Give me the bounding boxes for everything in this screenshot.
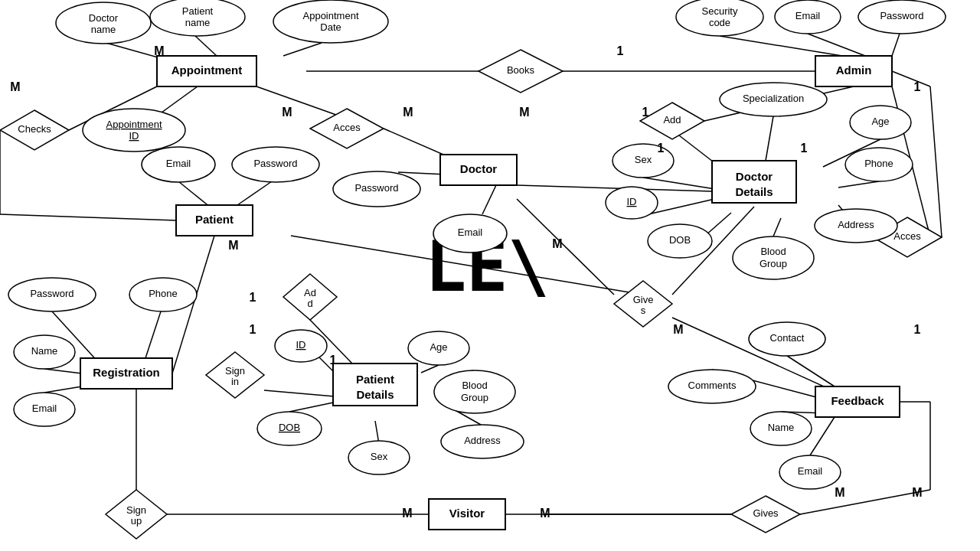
mult-m12: M bbox=[835, 486, 844, 499]
doctor-phone-text: Phone bbox=[864, 158, 893, 169]
svg-line-31 bbox=[930, 86, 942, 237]
svg-line-2 bbox=[283, 43, 322, 56]
doctor-email-text: Email bbox=[458, 227, 483, 238]
patient-name-text2: name bbox=[185, 17, 211, 28]
mult-m8: M bbox=[673, 323, 683, 336]
gives-label2: s bbox=[641, 305, 646, 316]
doctor-blood-group-text1: Blood bbox=[760, 246, 786, 257]
mult-m5: M bbox=[519, 106, 529, 119]
patient-dob-text: DOB bbox=[279, 422, 300, 433]
patient-blood-group-text1: Blood bbox=[462, 380, 487, 391]
doctor-address-text: Address bbox=[838, 219, 874, 230]
appointment-label: Appointment bbox=[172, 64, 242, 77]
patient-age-text: Age bbox=[430, 341, 447, 353]
mult-1-4: 1 bbox=[801, 142, 808, 155]
svg-line-1 bbox=[195, 36, 217, 56]
books-label: Books bbox=[507, 64, 535, 76]
mult-1-5: 1 bbox=[250, 291, 256, 304]
patient-password-text: Password bbox=[253, 158, 297, 169]
patient-sex-text: Sex bbox=[371, 451, 388, 462]
svg-line-45 bbox=[289, 402, 337, 412]
mult-m3: M bbox=[282, 106, 292, 119]
er-diagram: LE\ Books Acces Add Ad d Sign in Give s … bbox=[0, 0, 980, 551]
feedback-name-text: Name bbox=[768, 422, 795, 433]
patient-label: Patient bbox=[195, 213, 234, 226]
gives-label: Give bbox=[633, 294, 654, 305]
feedback-comments-text: Comments bbox=[688, 380, 737, 391]
signin-label2: in bbox=[231, 376, 239, 387]
svg-line-12 bbox=[256, 86, 347, 119]
svg-line-32 bbox=[892, 71, 930, 86]
patient-blood-group-text2: Group bbox=[461, 392, 488, 403]
mult-1-7: 1 bbox=[330, 354, 337, 367]
mult-m6: M bbox=[228, 239, 238, 252]
svg-line-38 bbox=[44, 386, 82, 393]
svg-line-21 bbox=[766, 116, 773, 161]
specialization-text: Specialization bbox=[743, 93, 804, 104]
doctor-sex-text: Sex bbox=[635, 154, 652, 165]
svg-line-50 bbox=[787, 356, 835, 386]
doctor-details-label1: Doctor bbox=[736, 170, 773, 183]
mult-1-8: 1 bbox=[914, 80, 921, 93]
svg-line-27 bbox=[773, 218, 781, 236]
feedback-contact-text: Contact bbox=[770, 332, 805, 344]
mult-1-9: 1 bbox=[914, 323, 921, 336]
visitor-label: Visitor bbox=[449, 507, 485, 520]
patient-details-label1: Patient bbox=[356, 373, 394, 386]
svg-line-40 bbox=[264, 390, 335, 396]
patient-email-text: Email bbox=[166, 158, 191, 169]
feedback-label: Feedback bbox=[831, 394, 884, 407]
appointment-date-text2: Date bbox=[320, 21, 341, 33]
patient-name-text1: Patient bbox=[182, 5, 214, 17]
admin-label: Admin bbox=[836, 64, 872, 77]
checks-label: Checks bbox=[18, 123, 51, 135]
security-code-text1: Security bbox=[702, 5, 738, 17]
doctor-password-text: Password bbox=[354, 182, 398, 194]
doctor-age-text: Age bbox=[871, 116, 889, 127]
gives-visitor-label: Gives bbox=[753, 507, 779, 519]
signup-label2: up bbox=[131, 515, 142, 527]
patient-id-text: ID bbox=[296, 339, 306, 350]
signin-label: Sign bbox=[225, 365, 245, 377]
doctor-details-label2: Details bbox=[735, 185, 773, 198]
feedback-email-text: Email bbox=[798, 465, 823, 477]
svg-line-56 bbox=[800, 490, 930, 514]
doctor-id-text: ID bbox=[627, 196, 637, 207]
appointment-id-text1: Appointment bbox=[106, 119, 162, 130]
doctor-blood-group-text2: Group bbox=[760, 258, 787, 269]
acces-left-label: Acces bbox=[333, 122, 361, 133]
doctor-name-text2: name bbox=[91, 24, 116, 35]
reg-phone-text: Phone bbox=[149, 288, 178, 299]
reg-email-text: Email bbox=[32, 403, 57, 414]
appointment-id-text2: ID bbox=[129, 130, 139, 142]
registration-label: Registration bbox=[93, 366, 160, 379]
svg-line-7 bbox=[892, 34, 900, 56]
acces-right-label: Acces bbox=[893, 230, 921, 242]
svg-line-24 bbox=[643, 178, 720, 190]
mult-1-2: 1 bbox=[642, 106, 649, 119]
mult-m9: M bbox=[912, 486, 922, 499]
admin-email-text: Email bbox=[795, 10, 821, 21]
add-patient-label: Ad bbox=[304, 287, 316, 298]
svg-line-17 bbox=[482, 185, 496, 214]
mult-m7: M bbox=[552, 237, 562, 250]
svg-line-43 bbox=[421, 365, 439, 373]
doctor-name-text1: Doctor bbox=[89, 12, 119, 24]
mult-1-1: 1 bbox=[617, 44, 624, 57]
appointment-date-text1: Appointment bbox=[303, 10, 359, 21]
svg-line-5 bbox=[720, 36, 842, 56]
signup-label: Sign bbox=[126, 504, 146, 516]
svg-line-36 bbox=[145, 311, 161, 358]
add-doctor-label: Add bbox=[663, 114, 681, 126]
admin-password-text: Password bbox=[880, 10, 923, 21]
mult-m11: M bbox=[540, 507, 550, 520]
reg-name-text: Name bbox=[31, 345, 58, 357]
svg-line-37 bbox=[44, 369, 82, 373]
doctor-label: Doctor bbox=[460, 162, 497, 175]
mult-1-6: 1 bbox=[250, 323, 256, 336]
reg-password-text: Password bbox=[30, 288, 74, 299]
mult-m2: M bbox=[154, 44, 164, 57]
doctor-dob-text: DOB bbox=[669, 234, 691, 246]
security-code-text2: code bbox=[709, 17, 730, 28]
mult-m4: M bbox=[403, 106, 413, 119]
